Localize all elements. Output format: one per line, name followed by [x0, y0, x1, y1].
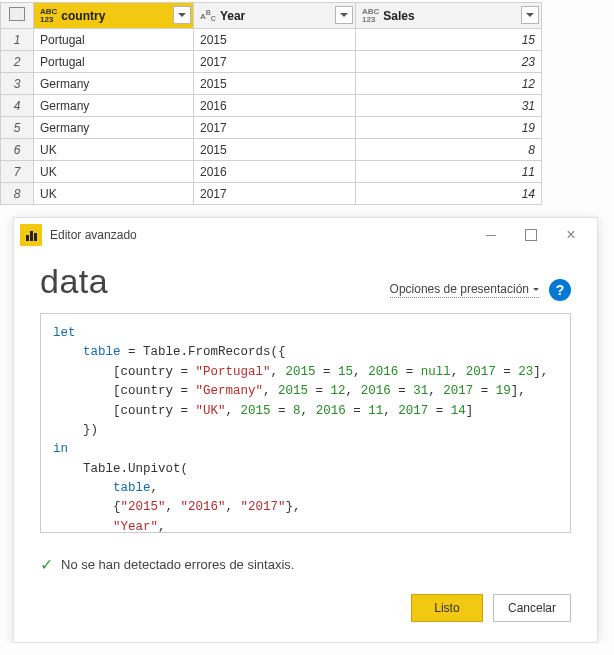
cell-country[interactable]: Portugal [34, 29, 194, 51]
cell-year[interactable]: 2016 [194, 95, 356, 117]
check-icon: ✓ [40, 555, 53, 574]
cell-sales[interactable]: 11 [356, 161, 542, 183]
cell-country[interactable]: Portugal [34, 51, 194, 73]
cell-year[interactable]: 2015 [194, 29, 356, 51]
cell-year[interactable]: 2016 [194, 161, 356, 183]
cell-country[interactable]: UK [34, 183, 194, 205]
table-row[interactable]: 3Germany201512 [1, 73, 542, 95]
cell-year[interactable]: 2015 [194, 73, 356, 95]
row-number[interactable]: 2 [1, 51, 34, 73]
help-button[interactable]: ? [549, 279, 571, 301]
row-number[interactable]: 6 [1, 139, 34, 161]
row-number[interactable]: 3 [1, 73, 34, 95]
titlebar: Editor avanzado × [14, 218, 597, 252]
minimize-button[interactable] [471, 220, 511, 250]
syntax-status: ✓ No se han detectado errores de sintaxi… [40, 555, 571, 574]
advanced-editor-dialog: Editor avanzado × data Opciones de prese… [13, 217, 598, 643]
type-icon-text: ABC [200, 9, 216, 22]
cell-country[interactable]: Germany [34, 95, 194, 117]
column-label: country [61, 9, 105, 23]
column-header-sales[interactable]: ABC 123 Sales [356, 3, 542, 29]
column-filter-dropdown[interactable] [335, 6, 353, 24]
row-number[interactable]: 8 [1, 183, 34, 205]
table-row[interactable]: 8UK201714 [1, 183, 542, 205]
type-icon-any: ABC 123 [362, 8, 379, 24]
select-all-corner[interactable] [1, 3, 34, 29]
row-number[interactable]: 5 [1, 117, 34, 139]
row-number[interactable]: 1 [1, 29, 34, 51]
table-row[interactable]: 7UK201611 [1, 161, 542, 183]
cell-year[interactable]: 2015 [194, 139, 356, 161]
row-number[interactable]: 4 [1, 95, 34, 117]
status-text: No se han detectado errores de sintaxis. [61, 557, 294, 572]
cell-country[interactable]: Germany [34, 73, 194, 95]
table-row[interactable]: 5Germany201719 [1, 117, 542, 139]
window-title: Editor avanzado [50, 228, 137, 242]
cell-sales[interactable]: 14 [356, 183, 542, 205]
data-preview-table: ABC 123 country ABC Year [0, 0, 614, 217]
ok-button[interactable]: Listo [411, 594, 483, 622]
cell-country[interactable]: Germany [34, 117, 194, 139]
column-label: Sales [383, 9, 414, 23]
table-icon [9, 7, 25, 21]
table-row[interactable]: 1Portugal201515 [1, 29, 542, 51]
cell-sales[interactable]: 31 [356, 95, 542, 117]
cell-country[interactable]: UK [34, 139, 194, 161]
column-filter-dropdown[interactable] [173, 6, 191, 24]
cell-sales[interactable]: 23 [356, 51, 542, 73]
cell-year[interactable]: 2017 [194, 51, 356, 73]
table-row[interactable]: 4Germany201631 [1, 95, 542, 117]
cell-country[interactable]: UK [34, 161, 194, 183]
cell-sales[interactable]: 12 [356, 73, 542, 95]
close-button[interactable]: × [551, 220, 591, 250]
type-icon-any: ABC 123 [40, 8, 57, 24]
cell-year[interactable]: 2017 [194, 117, 356, 139]
query-name-title: data [40, 262, 108, 301]
cancel-button[interactable]: Cancelar [493, 594, 571, 622]
row-number[interactable]: 7 [1, 161, 34, 183]
cell-sales[interactable]: 15 [356, 29, 542, 51]
cell-sales[interactable]: 19 [356, 117, 542, 139]
table-row[interactable]: 6UK20158 [1, 139, 542, 161]
column-header-year[interactable]: ABC Year [194, 3, 356, 29]
cell-sales[interactable]: 8 [356, 139, 542, 161]
column-filter-dropdown[interactable] [521, 6, 539, 24]
code-editor[interactable]: let table = Table.FromRecords({ [country… [40, 313, 571, 533]
app-icon [20, 224, 42, 246]
column-header-country[interactable]: ABC 123 country [34, 3, 194, 29]
column-label: Year [220, 9, 245, 23]
maximize-button[interactable] [511, 220, 551, 250]
display-options-dropdown[interactable]: Opciones de presentación [390, 282, 539, 298]
cell-year[interactable]: 2017 [194, 183, 356, 205]
table-row[interactable]: 2Portugal201723 [1, 51, 542, 73]
